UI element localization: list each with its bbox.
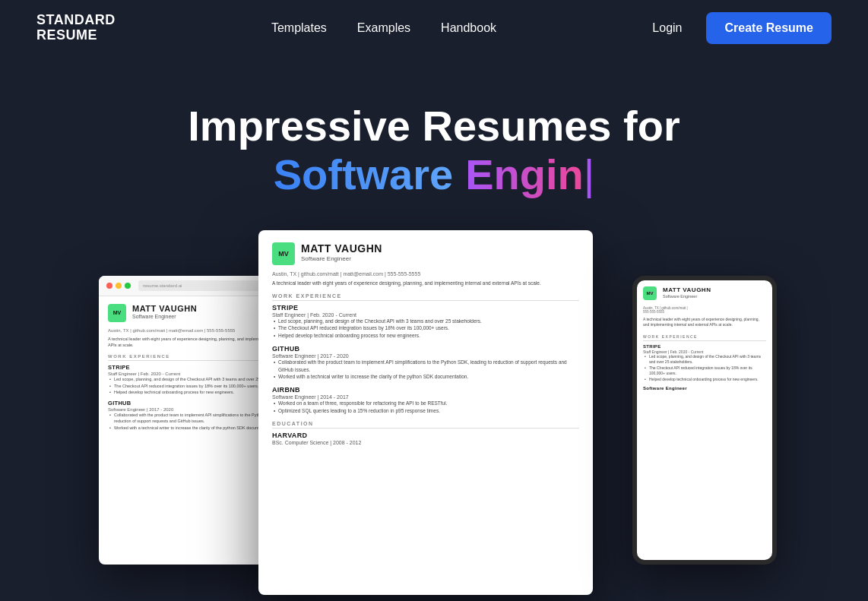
bullet-stripe-2-right: The Checkout API reduced integration iss… xyxy=(643,365,766,377)
resume-person-header-right: MV MATT VAUGHN Software Engineer xyxy=(643,286,766,300)
hero-section: Impressive Resumes for Software Engin| xyxy=(0,56,868,230)
company-airbnb-center: AIRBNB xyxy=(272,386,579,394)
resume-name-block-right: MATT VAUGHN Software Engineer xyxy=(663,286,711,299)
bullet-github-2-center: Worked with a technical writer to increa… xyxy=(272,373,579,381)
bullet-stripe-3-center: Helped develop technical onboarding proc… xyxy=(272,332,579,340)
resume-mockup-center: MV MATT VAUGHN Software Engineer Austin,… xyxy=(258,230,593,595)
nav-handbook[interactable]: Handbook xyxy=(441,21,496,35)
nav-examples[interactable]: Examples xyxy=(357,21,410,35)
resume-contact-center: Austin, TX | github.com/matt | matt@emai… xyxy=(272,271,579,277)
degree-harvard-center: BSc. Computer Science | 2008 - 2012 xyxy=(272,440,579,445)
header-actions: Login Create Resume xyxy=(652,12,832,44)
resume-name-block-center: MATT VAUGHN Software Engineer xyxy=(301,242,382,262)
bullet-stripe-1-right: Led scope, planning, and design of the C… xyxy=(643,354,766,365)
bullet-airbnb-1-center: Worked on a team of three, responsible f… xyxy=(272,400,579,407)
avatar-left: MV xyxy=(108,304,126,322)
company-stripe-right: STRIPE xyxy=(643,344,766,349)
company-github-center: GITHUB xyxy=(272,345,579,353)
section-edu-center: EDUCATION xyxy=(272,421,579,429)
main-nav: Templates Examples Handbook xyxy=(271,21,496,35)
resume-name-block-left: MATT VAUGHN Software Engineer xyxy=(132,304,197,319)
resume-summary-right: A technical leader with eight years of e… xyxy=(643,317,766,328)
logo-line1: STANDARD xyxy=(36,13,116,28)
job-github-center: Software Engineer | 2017 - 2020 xyxy=(272,353,579,359)
school-harvard-center: HARVARD xyxy=(272,432,579,439)
hero-title-line1: Impressive Resumes for xyxy=(36,102,832,150)
section-work-center: WORK EXPERIENCE xyxy=(272,293,579,301)
bullet-stripe-2-center: The Checkout API reduced integration iss… xyxy=(272,324,579,332)
url-text-left: resume.standard.ai xyxy=(143,283,182,288)
resume-contact-right: Austin, TX | github.com/matt |555-555-55… xyxy=(643,306,766,314)
hero-word-engineer: Engin| xyxy=(465,150,594,199)
bullet-stripe-3-right: Helped develop technical onboarding proc… xyxy=(643,377,766,383)
job-airbnb-center: Software Engineer | 2014 - 2017 xyxy=(272,394,579,400)
dot-red-left xyxy=(106,283,112,289)
resume-summary-center: A technical leader with eight years of e… xyxy=(272,280,579,287)
resume-mockups: resume.standard.ai MV MATT VAUGHN Softwa… xyxy=(0,230,868,601)
bullet-github-1-center: Collaborated with the product team to im… xyxy=(272,359,579,374)
resume-title-right: Software Engineer xyxy=(663,294,711,299)
nav-templates[interactable]: Templates xyxy=(271,21,327,35)
avatar-center: MV xyxy=(272,242,295,265)
resume-content-right: MV MATT VAUGHN Software Engineer Austin,… xyxy=(637,280,772,397)
resume-person-header-center: MV MATT VAUGHN Software Engineer xyxy=(272,242,579,265)
bullet-stripe-1-center: Led scope, planning, and design of the C… xyxy=(272,318,579,325)
logo-line2: RESUME xyxy=(36,28,116,43)
dot-green-left xyxy=(125,283,131,289)
resume-title-left: Software Engineer xyxy=(132,314,197,319)
resume-name-right: MATT VAUGHN xyxy=(663,286,711,293)
resume-content-center: MV MATT VAUGHN Software Engineer Austin,… xyxy=(258,230,593,457)
hero-word-engin: Engin xyxy=(465,150,584,198)
resume-title-center: Software Engineer xyxy=(301,255,382,262)
company-github-right: Software Engineer xyxy=(643,386,766,391)
create-resume-button[interactable]: Create Resume xyxy=(706,12,832,44)
section-work-right: WORK EXPERIENCE xyxy=(643,334,766,341)
bullet-airbnb-2-center: Optimized SQL queries leading to a 15% r… xyxy=(272,407,579,415)
resume-mockup-right: MV MATT VAUGHN Software Engineer Austin,… xyxy=(632,276,777,565)
header: STANDARD RESUME Templates Examples Handb… xyxy=(0,0,868,56)
hero-title-line2: Software Engin| xyxy=(36,150,832,199)
company-stripe-center: STRIPE xyxy=(272,304,579,312)
resume-name-center: MATT VAUGHN xyxy=(301,242,382,255)
logo: STANDARD RESUME xyxy=(36,13,116,43)
dot-yellow-left xyxy=(116,283,122,289)
hero-word-software: Software xyxy=(274,150,454,199)
job-stripe-center: Staff Engineer | Feb. 2020 - Current xyxy=(272,312,579,318)
resume-name-left: MATT VAUGHN xyxy=(132,304,197,313)
hero-cursor: | xyxy=(584,150,595,198)
login-button[interactable]: Login xyxy=(652,21,682,35)
avatar-right: MV xyxy=(643,286,657,300)
